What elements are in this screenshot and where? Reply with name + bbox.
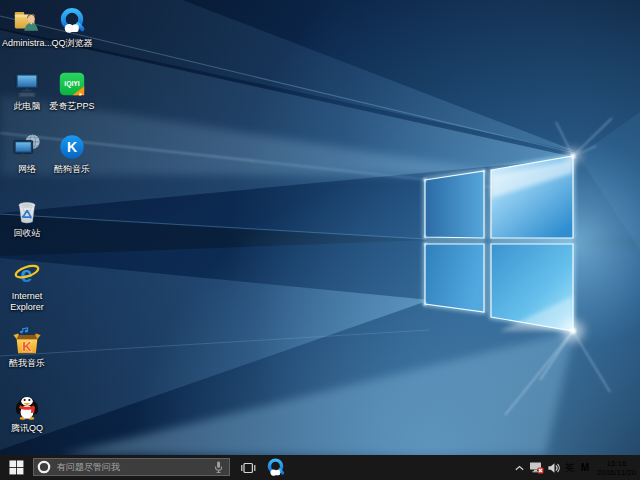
network-disconnected-icon (529, 461, 544, 474)
qq-browser-icon (265, 457, 286, 478)
desktop-icon-recycle-bin[interactable]: 回收站 (0, 196, 55, 239)
administrator-folder-icon (12, 6, 42, 36)
chevron-up-icon (514, 464, 525, 472)
clock-time: 15:16 (606, 459, 626, 468)
qq-browser-icon (57, 6, 87, 36)
qq-browser-taskbar-button[interactable] (262, 455, 289, 480)
desktop-icon-label: 酷我音乐 (9, 358, 45, 369)
desktop-icon-tencent-qq[interactable]: 腾讯QQ (0, 391, 55, 434)
desktop-icon-iqiyi-pps[interactable]: iQIYI 爱奇艺PPS (44, 69, 100, 112)
start-button[interactable] (0, 455, 33, 480)
search-box[interactable]: 有问题尽管问我 (33, 458, 230, 476)
windows-desktop-screen: Administra... QQ浏览器 此电脑 iQIYI 爱奇艺PPS (0, 0, 640, 480)
recycle-bin-icon (12, 196, 42, 226)
svg-text:K: K (67, 139, 78, 155)
this-pc-icon (12, 69, 42, 99)
search-placeholder-text: 有问题尽管问我 (57, 461, 120, 474)
tencent-qq-penguin-icon (12, 391, 42, 421)
task-view-button[interactable] (237, 455, 258, 480)
desktop-icon-label: 网络 (18, 164, 36, 175)
windows-logo-icon (9, 460, 24, 475)
desktop-icon-kuwo-music[interactable]: K 酷我音乐 (0, 326, 55, 369)
internet-explorer-icon: e (12, 259, 42, 289)
desktop-icon-qq-browser[interactable]: QQ浏览器 (44, 6, 100, 49)
kuwo-music-icon: K (12, 326, 42, 356)
clock-date: 2016/11/20 (597, 468, 636, 477)
volume-tray-button[interactable] (545, 455, 562, 480)
desktop-icon-label: 腾讯QQ (11, 423, 43, 434)
network-icon (12, 132, 42, 162)
iqiyi-pps-icon: iQIYI (57, 69, 87, 99)
kugou-music-icon: K (57, 132, 87, 162)
svg-text:iQIYI: iQIYI (64, 80, 80, 88)
desktop-icon-label: 爱奇艺PPS (49, 101, 94, 112)
desktop-icon-label: 酷狗音乐 (54, 164, 90, 175)
cortana-circle-icon (37, 460, 51, 474)
ime-badge[interactable]: M (577, 455, 593, 480)
network-tray-button[interactable] (527, 455, 545, 480)
tray-expand-button[interactable] (512, 455, 527, 480)
desktop-icon-label: QQ浏览器 (51, 38, 92, 49)
taskbar: 有问题尽管问我 (0, 455, 640, 480)
speaker-icon (547, 462, 561, 474)
desktop-icon-label: 此电脑 (14, 101, 41, 112)
svg-text:K: K (22, 339, 32, 354)
input-language-indicator[interactable]: 英 (562, 455, 577, 480)
desktop-icon-internet-explorer[interactable]: e Internet Explorer (0, 259, 55, 312)
microphone-icon[interactable] (213, 460, 224, 474)
desktop-icon-label: 回收站 (14, 228, 41, 239)
desktop-icon-kugou-music[interactable]: K 酷狗音乐 (44, 132, 100, 175)
clock[interactable]: 15:16 2016/11/20 (593, 455, 640, 480)
system-tray: 英 M 15:16 2016/11/20 (512, 455, 640, 480)
task-view-icon (240, 461, 256, 475)
desktop-icon-label: Internet Explorer (0, 291, 55, 312)
